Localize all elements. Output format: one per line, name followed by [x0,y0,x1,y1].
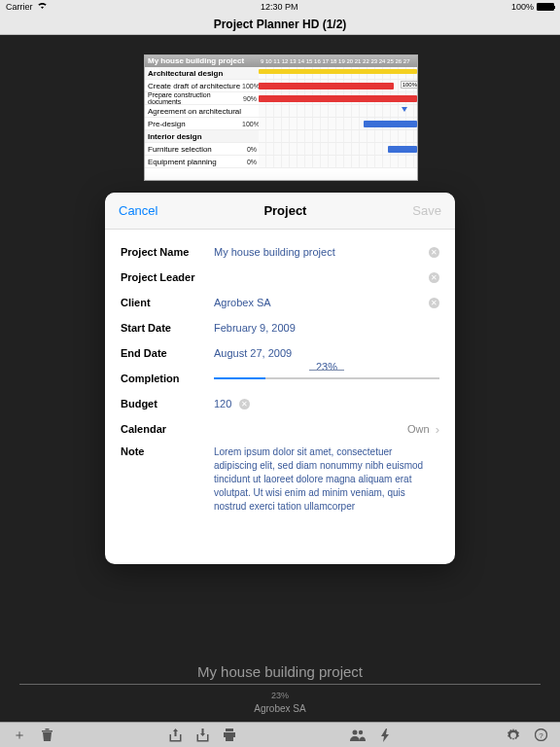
status-bar: Carrier 12:30 PM 100% [0,0,560,14]
gantt-row-label: Agreement on architectural [145,106,242,117]
bolt-icon[interactable] [377,728,393,743]
cancel-button[interactable]: Cancel [119,203,158,218]
clear-icon[interactable]: ✕ [239,399,250,409]
calendar-label: Calendar [121,423,214,435]
gear-icon[interactable] [506,728,521,743]
add-icon[interactable]: ＋ [12,728,27,743]
end-date-label: End Date [121,347,214,359]
svg-point-2 [511,733,515,737]
start-date-field[interactable]: February 9, 2009 [214,322,439,334]
summary-panel: My house building project 23% Agrobex SA [0,663,560,722]
project-leader-label: Project Leader [121,271,214,283]
clock: 12:30 PM [261,2,298,12]
svg-point-1 [359,729,363,733]
project-name-field[interactable]: My house building project✕ [214,246,439,258]
gantt-dates: 9 10 11 12 13 14 15 16 17 18 19 20 21 22… [259,55,417,67]
save-button[interactable]: Save [412,203,441,218]
import-icon[interactable] [194,728,210,743]
people-icon[interactable] [350,728,366,743]
trash-icon[interactable] [39,728,54,743]
budget-label: Budget [121,398,214,409]
print-icon[interactable] [222,728,237,743]
gantt-preview-card[interactable]: My house building project 23% 9 10 11 12… [144,54,418,181]
battery-pct: 100% [511,2,534,12]
page-title: Project Planner HD (1/2) [214,18,347,31]
project-modal: Cancel Project Save Project Name My hous… [105,193,455,564]
clear-icon[interactable]: ✕ [429,272,439,283]
svg-text:?: ? [539,731,543,740]
clear-icon[interactable]: ✕ [429,298,439,308]
gantt-title: My house building project [148,56,244,65]
help-icon[interactable]: ? [533,728,548,743]
completion-slider[interactable]: 23% [214,369,439,388]
clear-icon[interactable]: ✕ [429,247,439,258]
gantt-row-label: Furniture selection [145,144,242,155]
share-icon[interactable] [167,728,183,743]
summary-title: My house building project [19,663,541,685]
battery-icon [537,3,554,11]
end-date-field[interactable]: August 27, 2009 [214,347,439,359]
nav-bar: Project Planner HD (1/2) [0,14,560,35]
wifi-icon [37,2,48,12]
gantt-row-label: Equipment planning [145,157,242,167]
gantt-row-label: Pre-design [145,119,242,129]
client-label: Client [121,297,214,308]
calendar-field[interactable]: Own› [214,422,439,437]
summary-pct: 23% [0,691,560,700]
start-date-label: Start Date [121,322,214,334]
gantt-row-label: Architectural design [145,68,242,79]
completion-pct: 23% [316,361,337,373]
gantt-row-label: Interior design [145,131,242,142]
note-field[interactable]: Lorem ipsum dolor sit amet, consectetuer… [214,445,439,514]
gantt-row-label: Prepare construction documents [145,90,242,106]
gantt-row-label: Create draft of architecture [145,81,242,91]
svg-point-0 [353,729,358,734]
client-field[interactable]: Agrobex SA✕ [214,297,439,308]
project-name-label: Project Name [121,246,214,258]
chevron-right-icon: › [436,422,439,437]
carrier-label: Carrier [6,2,33,12]
modal-title: Project [263,203,306,218]
note-label: Note [121,445,214,457]
budget-field[interactable]: 120✕ [214,398,439,409]
bottom-toolbar: ＋ ? [0,722,560,747]
completion-label: Completion [121,373,214,384]
summary-client: Agrobex SA [0,703,560,714]
